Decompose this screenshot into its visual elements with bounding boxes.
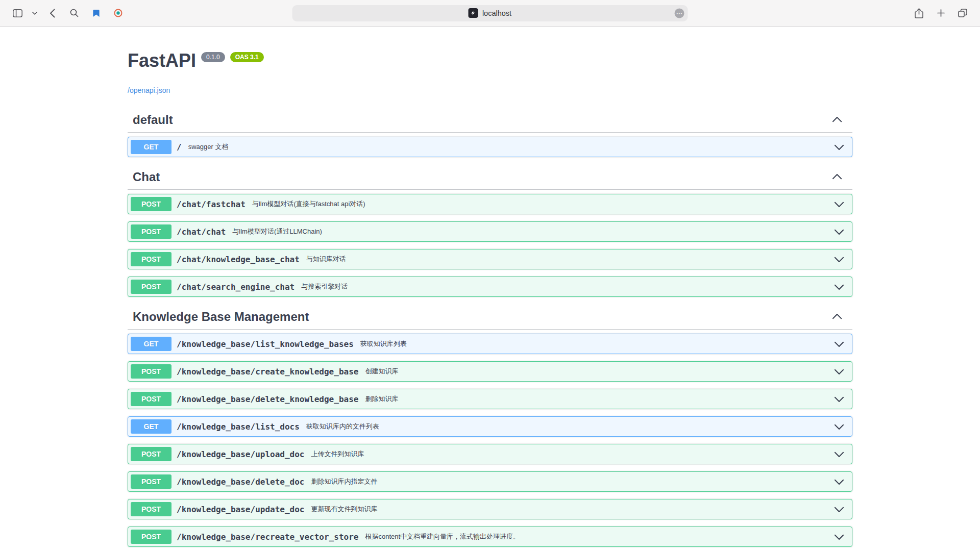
operation-description: 删除知识库内指定文件 (309, 477, 829, 486)
operation-row[interactable]: GET /knowledge_base/list_knowledge_bases… (128, 334, 852, 354)
page-title: FastAPI (128, 49, 196, 72)
operation-row[interactable]: POST /knowledge_base/delete_knowledge_ba… (128, 389, 852, 409)
operation-path: /knowledge_base/update_doc (172, 505, 309, 514)
back-button[interactable] (43, 5, 61, 21)
operation-description: 与知识库对话 (305, 255, 829, 264)
chevron-down-icon[interactable] (829, 199, 849, 209)
page-settings-button[interactable]: ⋯ (675, 8, 684, 18)
api-sections: default GET / swagger 文档 Chat POST /chat… (128, 107, 852, 547)
operation-row[interactable]: POST /chat/chat 与llm模型对话(通过LLMChain) (128, 221, 852, 242)
chevron-down-icon[interactable] (829, 142, 849, 152)
extension-bookmark-button[interactable] (87, 5, 105, 21)
operation-row[interactable]: POST /knowledge_base/create_knowledge_ba… (128, 361, 852, 382)
bookmark-extension-icon (92, 9, 100, 17)
operation-row[interactable]: GET /knowledge_base/list_docs 获取知识库内的文件列… (128, 416, 852, 437)
operation-path: /knowledge_base/list_knowledge_bases (172, 339, 359, 349)
operation-description: 与llm模型对话(通过LLMChain) (231, 227, 829, 236)
chevron-up-icon[interactable] (832, 172, 842, 182)
chevron-down-icon[interactable] (829, 282, 849, 292)
operation-path: /chat/search_engine_chat (172, 282, 300, 292)
tabs-icon (958, 9, 967, 17)
operation-path: /chat/chat (172, 227, 231, 237)
share-button[interactable] (910, 5, 928, 21)
method-badge: POST (131, 392, 172, 406)
chevron-down-icon[interactable] (829, 532, 849, 542)
api-section: Knowledge Base Management GET /knowledge… (128, 304, 852, 547)
chevron-down-icon[interactable] (829, 227, 849, 237)
section-title: Chat (133, 169, 160, 184)
chevron-up-icon[interactable] (832, 115, 842, 125)
operation-path: /knowledge_base/delete_doc (172, 477, 309, 487)
method-badge: POST (131, 364, 172, 379)
chevron-down-icon[interactable] (829, 421, 849, 432)
address-bar[interactable]: localhost ⋯ (292, 5, 688, 21)
operation-description: 与llm模型对话(直接与fastchat api对话) (251, 199, 829, 209)
chevron-up-icon[interactable] (832, 312, 842, 322)
record-extension-icon (114, 9, 122, 17)
openapi-spec-link[interactable]: /openapi.json (128, 86, 170, 94)
method-badge: POST (131, 224, 172, 239)
method-badge: POST (131, 252, 172, 266)
api-section: Chat POST /chat/fastchat 与llm模型对话(直接与fas… (128, 164, 852, 297)
section-title: default (133, 112, 173, 127)
section-operations: GET / swagger 文档 (128, 137, 852, 157)
sidebar-toggle-button[interactable] (8, 5, 27, 21)
share-icon (915, 8, 923, 18)
method-badge: GET (131, 337, 172, 351)
chevron-down-icon[interactable] (829, 504, 849, 514)
operation-row[interactable]: POST /chat/search_engine_chat 与搜索引擎对话 (128, 277, 852, 297)
operation-row[interactable]: POST /knowledge_base/upload_doc 上传文件到知识库 (128, 444, 852, 464)
method-badge: POST (131, 447, 172, 461)
operation-path: /knowledge_base/recreate_vector_store (172, 532, 363, 542)
version-badge: 0.1.0 (201, 52, 225, 62)
chevron-down-icon[interactable] (829, 254, 849, 264)
operation-description: 获取知识库列表 (359, 339, 829, 348)
section-header[interactable]: Chat (128, 164, 852, 190)
operation-description: 上传文件到知识库 (309, 449, 829, 459)
operation-description: 与搜索引擎对话 (300, 282, 829, 291)
chevron-down-icon[interactable] (829, 477, 849, 487)
method-badge: POST (131, 530, 172, 544)
api-info: FastAPI 0.1.0 OAS 3.1 /openapi.json (128, 49, 852, 95)
url-text: localhost (482, 9, 511, 17)
chevron-down-icon[interactable] (829, 339, 849, 349)
section-header[interactable]: default (128, 107, 852, 133)
method-badge: POST (131, 502, 172, 516)
operation-row[interactable]: POST /chat/fastchat 与llm模型对话(直接与fastchat… (128, 194, 852, 214)
extension-record-button[interactable] (109, 5, 127, 21)
operation-row[interactable]: POST /chat/knowledge_base_chat 与知识库对话 (128, 249, 852, 269)
new-tab-button[interactable] (932, 5, 950, 21)
operation-row[interactable]: POST /knowledge_base/recreate_vector_sto… (128, 527, 852, 547)
plus-icon (937, 9, 945, 17)
search-button[interactable] (65, 5, 83, 21)
operation-row[interactable]: POST /knowledge_base/update_doc 更新现有文件到知… (128, 499, 852, 519)
section-header[interactable]: Knowledge Base Management (128, 304, 852, 330)
method-badge: GET (131, 419, 172, 434)
operation-row[interactable]: POST /knowledge_base/delete_doc 删除知识库内指定… (128, 471, 852, 492)
toolbar-right-group (910, 5, 972, 21)
section-operations: GET /knowledge_base/list_knowledge_bases… (128, 334, 852, 547)
chevron-down-icon[interactable] (829, 366, 849, 377)
sidebar-menu-chevron[interactable] (30, 5, 39, 21)
chevron-down-icon[interactable] (829, 449, 849, 459)
operation-path: /knowledge_base/create_knowledge_base (172, 367, 363, 377)
operation-description: 获取知识库内的文件列表 (305, 422, 829, 431)
browser-toolbar: localhost ⋯ (0, 0, 980, 27)
title-row: FastAPI 0.1.0 OAS 3.1 (128, 49, 852, 72)
operation-description: swagger 文档 (187, 142, 829, 152)
operation-description: 创建知识库 (363, 367, 829, 376)
operation-description: 更新现有文件到知识库 (309, 505, 829, 514)
back-arrow-icon (50, 9, 55, 18)
method-badge: POST (131, 280, 172, 294)
operation-path: /knowledge_base/upload_doc (172, 449, 309, 459)
method-badge: POST (131, 197, 172, 211)
swagger-ui: FastAPI 0.1.0 OAS 3.1 /openapi.json defa… (128, 27, 852, 547)
operation-description: 删除知识库 (363, 394, 829, 404)
site-favicon (469, 8, 478, 18)
chevron-down-icon[interactable] (829, 394, 849, 404)
operation-row[interactable]: GET / swagger 文档 (128, 137, 852, 157)
section-title: Knowledge Base Management (133, 309, 309, 324)
tab-overview-button[interactable] (953, 5, 972, 21)
method-badge: GET (131, 140, 172, 154)
operation-path: /chat/knowledge_base_chat (172, 255, 305, 264)
